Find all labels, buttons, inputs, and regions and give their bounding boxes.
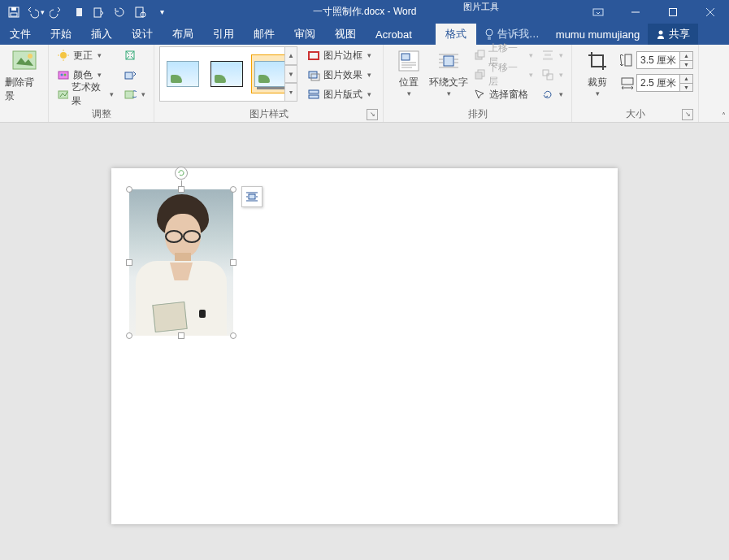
resize-handle-l[interactable]: [126, 259, 132, 266]
qat-paste-icon[interactable]: [88, 2, 109, 23]
chevron-down-icon: ▾: [559, 90, 563, 98]
resize-handle-t[interactable]: [178, 186, 184, 193]
change-picture-button[interactable]: [120, 66, 149, 84]
resize-handle-tl[interactable]: [126, 186, 132, 193]
qat-preview-icon[interactable]: [130, 2, 151, 23]
page[interactable]: [111, 168, 618, 524]
style-thumb-1[interactable]: [163, 54, 202, 93]
picture-layout-button[interactable]: 图片版式▾: [304, 85, 375, 103]
svg-rect-17: [13, 51, 36, 69]
height-input[interactable]: 3.5 厘米▲▼: [636, 51, 693, 69]
width-icon: [620, 76, 635, 89]
chevron-down-icon: ▾: [110, 90, 114, 98]
compress-pictures-button[interactable]: [120, 46, 149, 64]
tab-acrobat[interactable]: Acrobat: [366, 24, 422, 45]
svg-rect-30: [125, 91, 133, 98]
svg-rect-49: [478, 50, 484, 57]
gallery-scroll: ▲ ▼ ▾: [284, 46, 297, 102]
layout-convert-icon: [307, 88, 320, 101]
resize-handle-r[interactable]: [230, 259, 236, 266]
width-down[interactable]: ▼: [680, 84, 692, 92]
tab-view[interactable]: 视图: [325, 24, 366, 45]
tab-references[interactable]: 引用: [203, 24, 244, 45]
tab-layout[interactable]: 布局: [163, 24, 203, 45]
tab-review[interactable]: 审阅: [284, 24, 325, 45]
artistic-effects-button[interactable]: 艺术效果▾: [54, 85, 117, 103]
svg-point-25: [61, 74, 63, 76]
account-name[interactable]: mumu mumujiang: [548, 24, 648, 45]
picture-styles-gallery[interactable]: ▲ ▼ ▾: [159, 46, 297, 102]
app-name: Word: [393, 6, 416, 17]
contextual-group-label: 图片工具: [455, 0, 507, 14]
person-icon: [656, 29, 666, 39]
svg-rect-5: [94, 8, 101, 17]
svg-rect-35: [309, 95, 319, 98]
ribbon-tabs: 文件 开始 插入 设计 布局 引用 邮件 审阅 视图 Acrobat 格式 告诉…: [0, 24, 729, 45]
resize-handle-bl[interactable]: [126, 332, 132, 339]
resize-handle-tr[interactable]: [230, 186, 236, 193]
svg-rect-37: [401, 54, 410, 60]
width-up[interactable]: ▲: [680, 75, 692, 84]
corrections-button[interactable]: 更正▾: [54, 46, 117, 64]
position-icon: [396, 48, 422, 74]
tab-format[interactable]: 格式: [436, 24, 476, 45]
height-down[interactable]: ▼: [680, 61, 692, 69]
qat-refresh-icon[interactable]: [109, 2, 130, 23]
crop-icon: [584, 48, 610, 74]
svg-rect-56: [547, 74, 553, 80]
picture-content: [129, 189, 233, 336]
selection-pane-button[interactable]: 选择窗格: [470, 85, 536, 103]
reset-picture-button[interactable]: ▾: [120, 85, 149, 103]
undo-button[interactable]: ▾: [24, 2, 46, 23]
maximize-button[interactable]: [654, 0, 692, 24]
rotate-button[interactable]: ▾: [538, 85, 566, 103]
qat-app-icon[interactable]: [67, 2, 88, 23]
chevron-down-icon: ▾: [141, 90, 145, 98]
save-button[interactable]: [3, 2, 24, 23]
svg-rect-29: [125, 72, 132, 79]
height-up[interactable]: ▲: [680, 52, 692, 61]
tab-insert[interactable]: 插入: [81, 24, 122, 45]
picture-effects-button[interactable]: 图片效果▾: [304, 66, 375, 84]
rotate-handle[interactable]: [175, 167, 188, 180]
width-input[interactable]: 2.5 厘米▲▼: [636, 74, 693, 92]
document-canvas[interactable]: [0, 123, 729, 560]
group-label-arrange: 排列: [388, 107, 566, 122]
resize-handle-b[interactable]: [178, 332, 184, 339]
collapse-ribbon-button[interactable]: ˄: [722, 111, 726, 120]
chevron-down-icon: ▾: [559, 51, 563, 59]
chevron-down-icon: ▾: [367, 90, 371, 98]
tab-mailings[interactable]: 邮件: [244, 24, 284, 45]
tab-file[interactable]: 文件: [0, 24, 41, 45]
window-controls: [579, 0, 729, 24]
tab-home[interactable]: 开始: [41, 24, 81, 45]
redo-button[interactable]: [46, 2, 67, 23]
svg-rect-10: [670, 8, 677, 15]
share-button[interactable]: 共享: [648, 24, 698, 45]
svg-rect-34: [309, 90, 319, 93]
svg-point-26: [64, 74, 67, 76]
ribbon-display-button[interactable]: [579, 0, 617, 24]
gallery-up-button[interactable]: ▲: [284, 46, 297, 65]
selected-picture[interactable]: [129, 189, 233, 336]
gallery-more-button[interactable]: ▾: [284, 83, 297, 102]
minimize-button[interactable]: [617, 0, 654, 24]
position-button[interactable]: 位置▾: [388, 46, 428, 98]
style-thumb-2[interactable]: [207, 54, 246, 93]
tell-me-label: 告诉我…: [497, 27, 540, 41]
document-name: 一寸照制作.docx: [313, 6, 385, 17]
styles-dialog-launcher[interactable]: ↘: [367, 109, 378, 120]
remove-background-button[interactable]: 删除背景: [5, 46, 43, 103]
resize-handle-br[interactable]: [230, 332, 236, 339]
size-dialog-launcher[interactable]: ↘: [682, 109, 693, 120]
crop-button[interactable]: 裁剪▾: [577, 46, 617, 98]
gallery-down-button[interactable]: ▼: [284, 65, 297, 84]
svg-point-19: [60, 52, 67, 59]
wrap-text-button[interactable]: 环绕文字▾: [428, 46, 468, 98]
tab-design[interactable]: 设计: [122, 24, 163, 45]
group-label-size: 大小↘: [577, 107, 693, 122]
layout-options-flyout[interactable]: [241, 186, 263, 207]
close-button[interactable]: [692, 0, 729, 24]
picture-border-button[interactable]: 图片边框▾: [304, 46, 375, 64]
qat-customize-button[interactable]: ▾: [151, 2, 172, 23]
